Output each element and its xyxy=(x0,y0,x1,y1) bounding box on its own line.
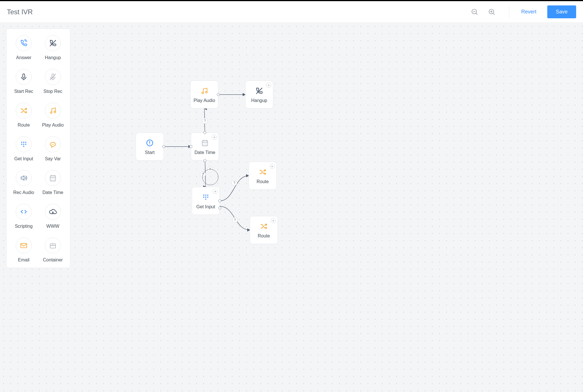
port-top[interactable] xyxy=(203,131,206,134)
shuffle-icon xyxy=(259,168,267,176)
edge-condition-label[interactable]: ? xyxy=(231,180,237,186)
mic-off-icon xyxy=(49,73,57,81)
palette-item-label: WWW xyxy=(46,224,59,229)
cloud-dl-icon xyxy=(49,208,57,216)
palette-item-scripting[interactable]: Scripting xyxy=(10,204,37,229)
palette-icon-circle xyxy=(45,170,61,186)
node-palette: Answer Hangup Start Rec Stop Rec Route P… xyxy=(6,29,70,268)
svg-line-4 xyxy=(493,13,494,15)
canvas[interactable]: Answer Hangup Start Rec Stop Rec Route P… xyxy=(0,23,583,392)
keypad-icon xyxy=(20,140,28,148)
palette-item-label: Route xyxy=(18,123,30,128)
node-label: Route xyxy=(258,233,270,239)
palette-item-label: Answer xyxy=(16,55,31,60)
flow-node-datetime[interactable]: + Date Time xyxy=(191,133,219,161)
palette-item-label: Get Input xyxy=(14,156,33,161)
palette-item-label: Scripting xyxy=(15,224,33,229)
flow-node-getinput[interactable]: + Get Input xyxy=(192,187,220,215)
zoom-in-button[interactable] xyxy=(487,7,496,17)
code-icon xyxy=(20,208,28,216)
palette-item-stop-rec[interactable]: Stop Rec xyxy=(39,69,67,94)
palette-item-label: Container xyxy=(43,257,63,263)
edge-loop xyxy=(202,169,218,185)
svg-line-1 xyxy=(476,13,477,15)
palette-item-email[interactable]: Email xyxy=(10,237,37,263)
flow-node-route1[interactable]: + Route xyxy=(249,162,277,190)
node-label: Date Time xyxy=(195,150,215,155)
add-port-button[interactable]: + xyxy=(269,164,275,169)
palette-icon-circle xyxy=(45,35,61,51)
header-divider xyxy=(509,6,509,18)
palette-item-play-audio[interactable]: Play Audio xyxy=(39,103,67,128)
speech-icon xyxy=(49,140,57,148)
palette-item-rec-audio[interactable]: Rec Audio xyxy=(10,170,37,195)
palette-item-say-var[interactable]: Say Var xyxy=(39,136,67,161)
palette-item-get-input[interactable]: Get Input xyxy=(10,136,37,161)
save-button[interactable]: Save xyxy=(547,5,576,18)
add-port-button[interactable]: + xyxy=(212,135,217,140)
palette-icon-circle xyxy=(45,136,61,152)
palette-item-www[interactable]: WWW xyxy=(39,204,67,229)
palette-item-label: Date Time xyxy=(43,190,63,195)
revert-button[interactable]: Revert xyxy=(516,6,542,18)
palette-item-label: Say Var xyxy=(45,156,61,161)
phone-off-icon xyxy=(49,39,57,47)
flow-node-hangup[interactable]: + Hangup xyxy=(245,81,273,109)
palette-item-answer[interactable]: Answer xyxy=(10,35,37,60)
zoom-out-button[interactable] xyxy=(470,7,479,17)
port-right-extra[interactable] xyxy=(218,207,221,209)
phone-off-icon xyxy=(255,87,263,95)
palette-icon-circle xyxy=(16,69,32,85)
palette-item-container[interactable]: Container xyxy=(39,237,67,263)
add-port-button[interactable]: + xyxy=(213,189,218,194)
zoom-in-icon xyxy=(488,8,496,16)
calendar-icon xyxy=(49,174,57,182)
zoom-controls xyxy=(470,7,496,17)
port-right[interactable] xyxy=(162,145,165,148)
node-icon-wrap xyxy=(255,86,263,96)
palette-icon-circle xyxy=(45,69,61,85)
add-port-button[interactable]: + xyxy=(271,218,276,223)
node-icon-wrap xyxy=(259,167,267,177)
palette-item-start-rec[interactable]: Start Rec xyxy=(10,69,37,94)
palette-icon-circle xyxy=(45,204,61,220)
port-bottom[interactable] xyxy=(203,159,206,162)
node-icon-wrap xyxy=(146,138,154,148)
flow-node-start[interactable]: Start xyxy=(136,133,164,161)
flow-node-playaudio[interactable]: Play Audio xyxy=(190,81,218,109)
palette-icon-circle xyxy=(45,237,61,253)
palette-item-hangup[interactable]: Hangup xyxy=(39,35,67,60)
start-icon xyxy=(146,139,154,147)
box-icon xyxy=(49,241,57,249)
edge-condition-label[interactable]: ? xyxy=(202,118,208,124)
phone-ring-icon xyxy=(20,39,28,47)
palette-icon-circle xyxy=(16,103,32,119)
port-left[interactable] xyxy=(189,145,192,148)
music-icon xyxy=(49,107,57,115)
dot-grid xyxy=(0,23,583,392)
palette-icon-circle xyxy=(16,35,32,51)
node-label: Get Input xyxy=(196,204,215,209)
port-right[interactable] xyxy=(218,199,221,202)
port-right[interactable] xyxy=(217,93,220,96)
palette-item-label: Hangup xyxy=(45,55,61,60)
edge-condition-label[interactable]: ? xyxy=(232,217,238,223)
node-label: Hangup xyxy=(251,98,267,103)
add-port-button[interactable]: + xyxy=(266,83,271,88)
palette-item-route[interactable]: Route xyxy=(10,103,37,128)
header: Test IVR Revert Save xyxy=(0,1,583,23)
music-icon xyxy=(200,87,208,95)
node-label: Route xyxy=(257,179,269,184)
palette-item-date-time[interactable]: Date Time xyxy=(39,170,67,195)
mail-icon xyxy=(20,241,28,249)
zoom-out-icon xyxy=(471,8,478,16)
node-icon-wrap xyxy=(260,221,268,231)
speaker-icon xyxy=(20,174,28,182)
palette-icon-circle xyxy=(16,136,32,152)
flow-node-route2[interactable]: + Route xyxy=(250,216,278,244)
shuffle-icon xyxy=(260,222,268,230)
node-label: Play Audio xyxy=(193,98,215,103)
palette-item-label: Start Rec xyxy=(14,89,33,94)
node-icon-wrap xyxy=(200,86,208,96)
palette-icon-circle xyxy=(45,103,61,119)
